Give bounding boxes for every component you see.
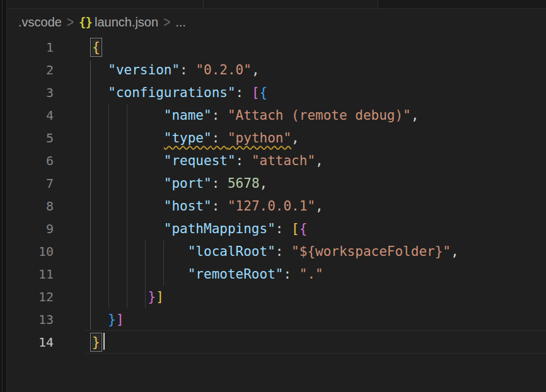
- current-line-highlight: [84, 353, 546, 354]
- line-number[interactable]: 9: [0, 217, 54, 240]
- code-line-text[interactable]: }: [92, 331, 105, 354]
- indent-guide: [90, 61, 91, 330]
- code-token: 5678: [228, 176, 260, 191]
- code-token: ,: [252, 62, 260, 78]
- code-token: ,: [315, 153, 323, 168]
- code-line-text[interactable]: "type": "python",: [92, 127, 299, 149]
- code-token: "localRoot": [188, 244, 276, 259]
- indent-guide: [145, 240, 146, 308]
- code-line[interactable]: 9 "pathMappings": [{: [0, 217, 546, 240]
- code-token: [92, 312, 108, 327]
- line-number[interactable]: 2: [0, 59, 54, 81]
- code-line[interactable]: 6 "request": "attach",: [0, 149, 546, 172]
- code-token: :: [212, 108, 228, 123]
- code-line[interactable]: 4 "name": "Attach (remote debug)",: [0, 104, 546, 127]
- code-line[interactable]: 5 "type": "python",: [0, 127, 546, 149]
- indent-guide: [163, 240, 164, 285]
- editor[interactable]: 1{2 "version": "0.2.0",3 "configurations…: [0, 36, 546, 392]
- code-token: :: [212, 130, 228, 146]
- chevron-right-icon: >: [67, 13, 74, 31]
- code-token: "python": [228, 130, 291, 146]
- code-token: ,: [260, 176, 268, 191]
- code-token: [92, 85, 108, 100]
- tab-bar-inactive-area: [378, 0, 546, 8]
- code-token: "remoteRoot": [188, 267, 284, 282]
- code-line[interactable]: 12 }]: [0, 285, 546, 308]
- code-token: ]: [116, 312, 124, 327]
- code-token: }: [108, 312, 116, 327]
- indent-guide: [108, 104, 109, 308]
- code-line-text[interactable]: "configurations": [{: [92, 81, 267, 104]
- code-token: :: [236, 153, 252, 168]
- code-line[interactable]: 8 "host": "127.0.0.1",: [0, 195, 546, 217]
- code-line-text[interactable]: }]: [92, 285, 164, 308]
- code-token: {: [260, 85, 268, 100]
- code-token: [92, 289, 148, 304]
- code-line-text[interactable]: }]: [92, 308, 124, 331]
- text-cursor: [103, 333, 105, 350]
- line-number[interactable]: 12: [0, 285, 54, 308]
- chevron-right-icon: >: [163, 13, 170, 31]
- code-line-text[interactable]: "pathMappings": [{: [92, 217, 307, 240]
- line-number[interactable]: 11: [0, 263, 54, 285]
- tab-divider: [378, 0, 378, 8]
- code-token: {: [299, 221, 308, 236]
- line-number[interactable]: 7: [0, 172, 54, 195]
- code-token: :: [236, 85, 252, 100]
- code-token: [92, 108, 164, 123]
- code-token: "type": [164, 130, 212, 146]
- code-token: ,: [411, 108, 419, 123]
- code-token: [: [252, 85, 260, 100]
- breadcrumb-item-folder[interactable]: .vscode: [18, 15, 62, 30]
- code-line[interactable]: 7 "port": 5678,: [0, 172, 546, 195]
- code-lines: 1{2 "version": "0.2.0",3 "configurations…: [0, 36, 546, 354]
- code-line[interactable]: 11 "remoteRoot": ".": [0, 263, 546, 285]
- line-number[interactable]: 5: [0, 127, 54, 149]
- code-line-text[interactable]: "name": "Attach (remote debug)",: [92, 104, 419, 127]
- code-token: :: [283, 267, 299, 282]
- code-token: :: [276, 221, 291, 236]
- line-number[interactable]: 10: [0, 240, 54, 263]
- code-token: "Attach (remote debug)": [228, 108, 411, 123]
- line-number[interactable]: 8: [0, 195, 54, 217]
- breadcrumb-item-file[interactable]: launch.json: [95, 15, 158, 30]
- code-line[interactable]: 3 "configurations": [{: [0, 81, 546, 104]
- code-token: "${workspaceFolder}": [291, 244, 451, 259]
- json-file-icon: {}: [79, 15, 92, 29]
- line-number[interactable]: 4: [0, 104, 54, 127]
- code-token: "127.0.0.1": [228, 199, 315, 214]
- code-token: [: [291, 221, 299, 236]
- code-token: [92, 244, 188, 259]
- tab-bar[interactable]: [7, 0, 546, 9]
- code-token: "name": [164, 108, 212, 123]
- bracket-match: }: [92, 335, 100, 350]
- code-line-text[interactable]: {: [92, 36, 100, 59]
- code-token: "version": [108, 62, 180, 78]
- code-line-text[interactable]: "localRoot": "${workspaceFolder}",: [92, 240, 459, 263]
- code-token: [92, 176, 164, 191]
- code-line[interactable]: 2 "version": "0.2.0",: [0, 59, 546, 81]
- code-token: "0.2.0": [195, 62, 252, 78]
- code-line-text[interactable]: "version": "0.2.0",: [92, 59, 260, 81]
- code-token: ,: [291, 130, 299, 146]
- tab-divider: [203, 0, 204, 8]
- breadcrumb: .vscode>{}launch.json>...: [7, 9, 546, 35]
- code-line[interactable]: 10 "localRoot": "${workspaceFolder}",: [0, 240, 546, 263]
- breadcrumb-item-ellipsis[interactable]: ...: [175, 15, 186, 30]
- indent-guide: [127, 104, 127, 308]
- code-line[interactable]: 14}: [0, 331, 546, 354]
- current-line-highlight: [84, 330, 546, 331]
- line-number[interactable]: 6: [0, 149, 54, 172]
- line-number[interactable]: 1: [0, 36, 54, 59]
- line-number[interactable]: 13: [0, 308, 54, 331]
- code-line[interactable]: 13 }]: [0, 308, 546, 331]
- code-line[interactable]: 1{: [0, 36, 546, 59]
- code-token: "request": [164, 153, 236, 168]
- code-token: "configurations": [108, 85, 235, 100]
- code-token: "host": [164, 199, 212, 214]
- code-line-text[interactable]: "port": 5678,: [92, 172, 267, 195]
- code-token: ".": [299, 267, 323, 282]
- line-number[interactable]: 3: [0, 81, 54, 104]
- code-token: [92, 267, 188, 282]
- line-number[interactable]: 14: [0, 331, 54, 354]
